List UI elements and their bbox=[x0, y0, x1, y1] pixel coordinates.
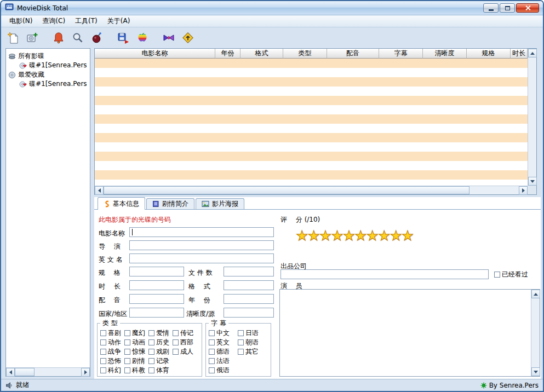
type-option[interactable]: 科幻 bbox=[100, 366, 124, 375]
add-movie-button[interactable] bbox=[25, 30, 40, 45]
column-dubbing[interactable]: 配音 bbox=[327, 49, 379, 59]
deep-search-button[interactable] bbox=[89, 30, 105, 45]
column-spec[interactable]: 规格 bbox=[467, 49, 511, 59]
subtitle-option[interactable]: 朝语 bbox=[238, 338, 267, 347]
star-icon[interactable]: ★ bbox=[378, 229, 390, 243]
type-option[interactable]: 历史 bbox=[148, 338, 173, 347]
type-option[interactable]: 体育 bbox=[148, 366, 173, 375]
star-icon[interactable]: ★ bbox=[390, 229, 402, 243]
spec-input[interactable] bbox=[129, 267, 184, 276]
favorites-button[interactable] bbox=[161, 30, 176, 45]
menu-movie[interactable]: 电影(N) bbox=[4, 15, 37, 27]
duration-input[interactable] bbox=[129, 280, 184, 290]
table-vertical-scrollbar[interactable] bbox=[528, 49, 536, 186]
scroll-left-button[interactable] bbox=[6, 368, 15, 377]
column-movie-name[interactable]: 电影名称 bbox=[95, 49, 215, 59]
star-icon[interactable]: ★ bbox=[354, 229, 367, 243]
tab-plot-summary[interactable]: 剧情简介 bbox=[146, 198, 194, 209]
year-input[interactable] bbox=[224, 294, 274, 304]
scroll-right-button[interactable] bbox=[519, 186, 528, 195]
new-disc-button[interactable] bbox=[5, 30, 21, 45]
type-option[interactable]: 戏剧 bbox=[148, 347, 173, 356]
type-option[interactable]: 惊悚 bbox=[124, 347, 148, 356]
star-icon[interactable]: ★ bbox=[343, 229, 355, 243]
scroll-right-button[interactable] bbox=[81, 368, 90, 377]
type-option[interactable]: 动作 bbox=[100, 338, 124, 347]
column-duration[interactable]: 时长 bbox=[511, 49, 528, 59]
table-horizontal-scrollbar[interactable] bbox=[95, 186, 528, 194]
help-button[interactable] bbox=[180, 30, 196, 45]
type-option[interactable]: 喜剧 bbox=[100, 328, 124, 338]
star-icon[interactable]: ★ bbox=[307, 229, 319, 243]
actors-vertical-scrollbar[interactable] bbox=[531, 290, 540, 376]
tree-item-all-discs[interactable]: 所有影碟 bbox=[6, 51, 90, 61]
star-icon[interactable]: ★ bbox=[402, 229, 414, 243]
column-type[interactable]: 类型 bbox=[283, 49, 327, 59]
english-name-input[interactable] bbox=[129, 253, 274, 263]
company-input[interactable] bbox=[280, 269, 489, 279]
country-input[interactable] bbox=[129, 308, 184, 318]
scroll-down-button[interactable] bbox=[531, 367, 540, 376]
scroll-up-button[interactable] bbox=[531, 290, 540, 298]
scrollbar-thumb[interactable] bbox=[15, 368, 35, 376]
director-input[interactable] bbox=[129, 240, 274, 250]
tree-horizontal-scrollbar[interactable] bbox=[6, 367, 90, 376]
column-year[interactable]: 年份 bbox=[215, 49, 240, 59]
type-option[interactable]: 传记 bbox=[173, 328, 197, 338]
type-option[interactable]: 西部 bbox=[173, 338, 197, 347]
column-format[interactable]: 格式 bbox=[240, 49, 283, 59]
tree-item-favorite-disc1[interactable]: 碟#1[Senrea.Pers bbox=[6, 79, 90, 89]
type-option[interactable]: 战争 bbox=[100, 347, 124, 356]
watched-checkbox[interactable]: 已经看过 bbox=[494, 270, 528, 279]
tab-basic-info[interactable]: 基本信息 bbox=[98, 197, 145, 210]
type-option[interactable]: 科教 bbox=[124, 366, 148, 375]
column-subtitle[interactable]: 字幕 bbox=[379, 49, 423, 59]
type-option[interactable]: 记录 bbox=[148, 356, 173, 366]
close-button[interactable] bbox=[516, 3, 539, 13]
tree-item-disc1[interactable]: 碟#1[Senrea.Pers bbox=[6, 61, 90, 70]
menu-tools[interactable]: 工具(T) bbox=[70, 15, 102, 27]
subtitle-option[interactable]: 法语 bbox=[209, 356, 238, 366]
export-button[interactable] bbox=[116, 30, 131, 45]
movie-name-input[interactable] bbox=[129, 227, 274, 237]
subtitle-option[interactable]: 日语 bbox=[238, 328, 267, 338]
rating-stars[interactable]: ★ ★ ★ ★ ★ ★ ★ ★ ★ ★ bbox=[296, 229, 413, 243]
star-icon[interactable]: ★ bbox=[296, 229, 308, 243]
search-icon bbox=[72, 32, 84, 44]
type-option[interactable]: 爱情 bbox=[148, 328, 173, 338]
maximize-button[interactable] bbox=[500, 3, 515, 13]
search-button[interactable] bbox=[70, 30, 85, 45]
type-option[interactable]: 成人 bbox=[173, 347, 197, 356]
column-clarity[interactable]: 清晰度 bbox=[423, 49, 467, 59]
scroll-left-button[interactable] bbox=[95, 186, 104, 195]
actors-textarea[interactable] bbox=[280, 290, 531, 376]
file-count-input[interactable] bbox=[224, 267, 274, 276]
minimize-button[interactable] bbox=[483, 3, 499, 13]
star-icon[interactable]: ★ bbox=[331, 229, 343, 243]
type-option[interactable]: 动画 bbox=[124, 338, 148, 347]
clarity-input[interactable] bbox=[224, 308, 274, 318]
star-icon[interactable]: ★ bbox=[367, 229, 379, 243]
scroll-up-button[interactable] bbox=[528, 49, 537, 57]
subtitle-option[interactable]: 英文 bbox=[209, 338, 238, 347]
type-option[interactable]: 恐怖 bbox=[100, 356, 124, 366]
scroll-down-button[interactable] bbox=[528, 177, 537, 186]
tab-poster[interactable]: 影片海报 bbox=[196, 198, 244, 209]
subtitle-option[interactable]: 中文 bbox=[209, 328, 238, 338]
subtitle-option[interactable]: 俄语 bbox=[209, 366, 238, 375]
apple-button[interactable] bbox=[135, 30, 150, 45]
table-body[interactable] bbox=[95, 59, 528, 186]
dubbing-input[interactable] bbox=[129, 294, 184, 304]
scrollbar-thumb[interactable] bbox=[104, 186, 469, 194]
subtitle-option[interactable]: 其它 bbox=[238, 347, 267, 356]
subtitle-option[interactable]: 德语 bbox=[209, 347, 238, 356]
titlebar[interactable]: MovieDisk Total bbox=[1, 1, 543, 15]
format-input[interactable] bbox=[224, 280, 274, 290]
menu-about[interactable]: 关于(A) bbox=[102, 15, 135, 27]
menu-query[interactable]: 查询(C) bbox=[37, 15, 70, 27]
alarm-button[interactable] bbox=[51, 30, 66, 45]
type-option[interactable]: 魔幻 bbox=[124, 328, 148, 338]
tree-item-favorites[interactable]: 最爱收藏 bbox=[6, 70, 90, 79]
star-icon[interactable]: ★ bbox=[319, 229, 331, 243]
type-option[interactable]: 剧情 bbox=[124, 356, 148, 366]
